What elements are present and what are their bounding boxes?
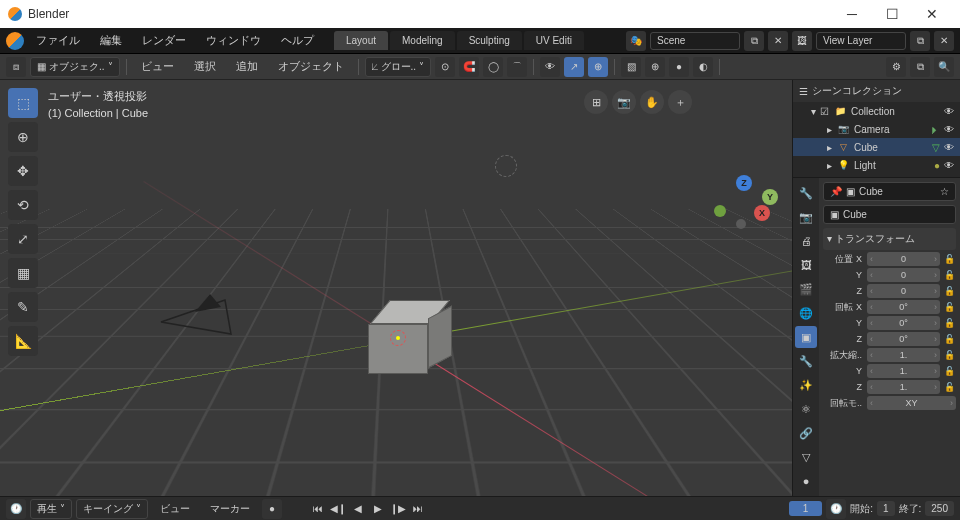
jump-start-icon[interactable]: ⏮ bbox=[310, 501, 326, 517]
menu-help[interactable]: ヘルプ bbox=[273, 30, 322, 51]
overlay-toggle-icon[interactable]: ⊕ bbox=[588, 57, 608, 77]
gizmo-x[interactable]: X bbox=[754, 205, 770, 221]
proportional-icon[interactable]: ◯ bbox=[483, 57, 503, 77]
vp-camera-icon[interactable]: 📷 bbox=[612, 90, 636, 114]
browse-scene-icon[interactable]: 🎭 bbox=[626, 31, 646, 51]
viewlayer-input[interactable] bbox=[816, 32, 906, 50]
tab-tool[interactable]: 🔧 bbox=[795, 182, 817, 204]
new-layer-icon[interactable]: ⧉ bbox=[910, 31, 930, 51]
outliner-item-cube[interactable]: ▸▽ Cube ▽👁 bbox=[793, 138, 960, 156]
rot-x-input[interactable]: 0° bbox=[867, 300, 940, 314]
delete-layer-icon[interactable]: ✕ bbox=[934, 31, 954, 51]
pivot-icon[interactable]: ⊙ bbox=[435, 57, 455, 77]
pin-icon[interactable]: 📌 bbox=[830, 186, 842, 197]
tool-scale[interactable]: ⤢ bbox=[8, 224, 38, 254]
tool-cursor[interactable]: ⊕ bbox=[8, 122, 38, 152]
outliner-item-light[interactable]: ▸💡 Light ●👁 bbox=[793, 156, 960, 174]
shading-mat-icon[interactable]: ◐ bbox=[693, 57, 713, 77]
delete-scene-icon[interactable]: ✕ bbox=[768, 31, 788, 51]
jump-end-icon[interactable]: ⏭ bbox=[410, 501, 426, 517]
timeline-editor-icon[interactable]: 🕐 bbox=[6, 499, 26, 519]
timeline-marker[interactable]: マーカー bbox=[202, 499, 258, 519]
tab-material[interactable]: ● bbox=[795, 470, 817, 492]
tab-data[interactable]: ▽ bbox=[795, 446, 817, 468]
prev-key-icon[interactable]: ◀❙ bbox=[330, 501, 346, 517]
tab-sculpting[interactable]: Sculpting bbox=[457, 31, 522, 50]
snap-icon[interactable]: 🧲 bbox=[459, 57, 479, 77]
keying-menu[interactable]: キーイング˅ bbox=[76, 499, 148, 519]
filter-icon[interactable]: ⧉ bbox=[910, 57, 930, 77]
xray-icon[interactable]: ▧ bbox=[621, 57, 641, 77]
tool-move[interactable]: ✥ bbox=[8, 156, 38, 186]
object-name-field[interactable]: 📌 ▣Cube ☆ bbox=[823, 182, 956, 201]
scale-x-input[interactable]: 1. bbox=[867, 348, 940, 362]
nav-gizmo[interactable]: Z X Y bbox=[714, 175, 774, 235]
scale-y-input[interactable]: 1. bbox=[867, 364, 940, 378]
playback-menu[interactable]: 再生˅ bbox=[30, 499, 72, 519]
timeline-view[interactable]: ビュー bbox=[152, 499, 198, 519]
tab-layout[interactable]: Layout bbox=[334, 31, 388, 50]
options-icon[interactable]: ⚙ bbox=[886, 57, 906, 77]
orientation-select[interactable]: ⟀グロー..˅ bbox=[365, 57, 432, 77]
rotmode-select[interactable]: XY bbox=[867, 396, 956, 410]
scale-z-input[interactable]: 1. bbox=[867, 380, 940, 394]
next-key-icon[interactable]: ❙▶ bbox=[390, 501, 406, 517]
gizmo-z[interactable]: Z bbox=[736, 175, 752, 191]
loc-x-input[interactable]: 0 bbox=[867, 252, 940, 266]
play-icon[interactable]: ▶ bbox=[370, 501, 386, 517]
new-scene-icon[interactable]: ⧉ bbox=[744, 31, 764, 51]
browse-layer-icon[interactable]: 🖼 bbox=[792, 31, 812, 51]
menu-file[interactable]: ファイル bbox=[28, 30, 88, 51]
mode-select[interactable]: ▦オブジェク..˅ bbox=[30, 57, 120, 77]
light-object[interactable] bbox=[495, 155, 517, 177]
vp-pan-icon[interactable]: ✋ bbox=[640, 90, 664, 114]
play-rev-icon[interactable]: ◀ bbox=[350, 501, 366, 517]
autokey-icon[interactable]: ● bbox=[262, 499, 282, 519]
close-button[interactable]: ✕ bbox=[912, 0, 952, 28]
menu-render[interactable]: レンダー bbox=[134, 30, 194, 51]
start-frame[interactable]: 1 bbox=[877, 501, 895, 516]
tab-scene[interactable]: 🎬 bbox=[795, 278, 817, 300]
gizmo-y[interactable]: Y bbox=[762, 189, 778, 205]
app-menu-icon[interactable] bbox=[6, 32, 24, 50]
tab-output[interactable]: 🖨 bbox=[795, 230, 817, 252]
menu-object[interactable]: オブジェクト bbox=[270, 56, 352, 77]
lock-icon[interactable]: 🔓 bbox=[942, 254, 956, 264]
gizmo-neg-z[interactable] bbox=[736, 219, 746, 229]
vp-grid-icon[interactable]: ⊞ bbox=[584, 90, 608, 114]
tab-render[interactable]: 📷 bbox=[795, 206, 817, 228]
menu-view[interactable]: ビュー bbox=[133, 56, 182, 77]
current-frame[interactable]: 1 bbox=[789, 501, 823, 516]
scene-name-input[interactable] bbox=[650, 32, 740, 50]
data-name-field[interactable]: ▣Cube bbox=[823, 205, 956, 224]
rot-y-input[interactable]: 0° bbox=[867, 316, 940, 330]
tab-viewlayer[interactable]: 🖼 bbox=[795, 254, 817, 276]
visibility-icon[interactable]: 👁 bbox=[540, 57, 560, 77]
camera-object[interactable] bbox=[155, 290, 245, 345]
tab-modifier[interactable]: 🔧 bbox=[795, 350, 817, 372]
rot-z-input[interactable]: 0° bbox=[867, 332, 940, 346]
outliner-item-camera[interactable]: ▸📷 Camera ⏵👁 bbox=[793, 120, 960, 138]
vp-zoom-icon[interactable]: ＋ bbox=[668, 90, 692, 114]
tool-measure[interactable]: 📐 bbox=[8, 326, 38, 356]
menu-select[interactable]: 選択 bbox=[186, 56, 224, 77]
tool-transform[interactable]: ▦ bbox=[8, 258, 38, 288]
shading-wire-icon[interactable]: ⊕ bbox=[645, 57, 665, 77]
tab-physics[interactable]: ⚛ bbox=[795, 398, 817, 420]
tab-particles[interactable]: ✨ bbox=[795, 374, 817, 396]
3d-viewport[interactable]: ⬚ ⊕ ✥ ⟲ ⤢ ▦ ✎ 📐 ユーザー・透視投影 (1) Collection… bbox=[0, 80, 792, 496]
panel-transform-header[interactable]: ▾ トランスフォーム bbox=[823, 228, 956, 250]
clock-icon[interactable]: 🕐 bbox=[826, 499, 846, 519]
tab-modeling[interactable]: Modeling bbox=[390, 31, 455, 50]
menu-window[interactable]: ウィンドウ bbox=[198, 30, 269, 51]
outliner-collection[interactable]: ▾☑📁 Collection 👁 bbox=[793, 102, 960, 120]
gizmo-neg-y[interactable] bbox=[714, 205, 726, 217]
tab-constraint[interactable]: 🔗 bbox=[795, 422, 817, 444]
end-frame[interactable]: 250 bbox=[925, 501, 954, 516]
tab-object[interactable]: ▣ bbox=[795, 326, 817, 348]
tab-world[interactable]: 🌐 bbox=[795, 302, 817, 324]
maximize-button[interactable]: ☐ bbox=[872, 0, 912, 28]
tool-annotate[interactable]: ✎ bbox=[8, 292, 38, 322]
menu-edit[interactable]: 編集 bbox=[92, 30, 130, 51]
snapping-icon[interactable]: ⌒ bbox=[507, 57, 527, 77]
